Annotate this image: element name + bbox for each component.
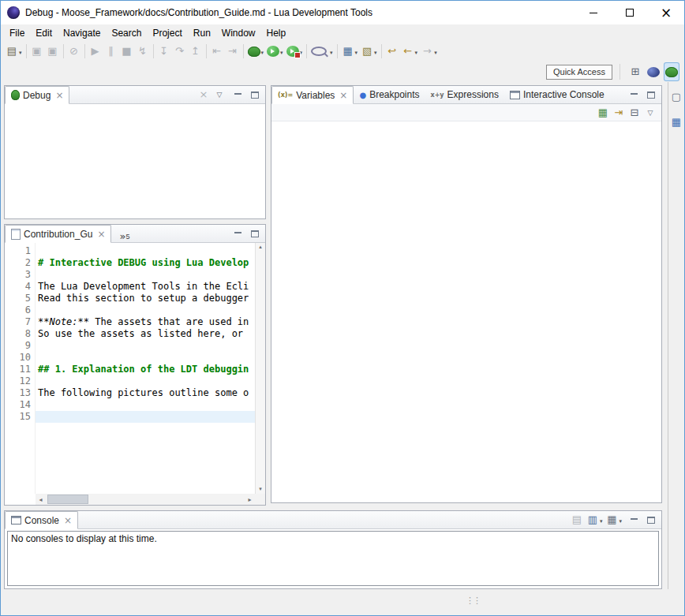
display-selected-console-icon[interactable]: ▥: [586, 511, 604, 528]
scroll-up-icon[interactable]: [259, 245, 262, 250]
dropdown-arrow-icon[interactable]: [19, 46, 22, 57]
menu-project[interactable]: Project: [147, 26, 187, 40]
editor-line[interactable]: [36, 269, 255, 281]
dropdown-arrow-icon[interactable]: [280, 46, 283, 57]
open-perspective-button[interactable]: ⊞: [628, 63, 642, 80]
maximize-view-button[interactable]: [644, 513, 658, 527]
tab-variables[interactable]: (x)=Variables: [271, 86, 354, 104]
close-tab-icon[interactable]: [339, 90, 347, 101]
minimize-view-button[interactable]: [230, 226, 245, 241]
menu-file[interactable]: File: [4, 26, 30, 40]
maximize-icon: [647, 517, 655, 524]
minimize-view-button[interactable]: [627, 88, 641, 102]
dropdown-arrow-icon[interactable]: [374, 46, 377, 57]
open-console-icon[interactable]: ▦: [605, 511, 623, 528]
tab-overflow-indicator[interactable]: »5: [119, 225, 129, 242]
menu-window[interactable]: Window: [216, 26, 261, 40]
scroll-right-icon[interactable]: [245, 494, 255, 505]
dropdown-arrow-icon[interactable]: [600, 514, 603, 525]
close-tab-icon[interactable]: [64, 515, 72, 526]
tab-contribution-guide[interactable]: Contribution_Gu: [5, 225, 111, 243]
maximize-view-button[interactable]: [248, 88, 262, 102]
new-wizard-icon: ▤: [6, 45, 18, 58]
quick-access-box[interactable]: Quick Access: [546, 65, 612, 80]
menu-run[interactable]: Run: [188, 26, 216, 40]
new-lua-wizard-button[interactable]: ▦: [341, 43, 359, 60]
editor-line[interactable]: [36, 245, 255, 257]
vertical-scrollbar[interactable]: [255, 243, 265, 494]
scroll-down-icon[interactable]: [259, 487, 262, 492]
editor-line[interactable]: The following pictures outline some o: [36, 387, 255, 399]
maximize-view-button[interactable]: [644, 88, 658, 102]
restore-view-stack-button[interactable]: ▦: [669, 114, 683, 131]
menu-edit[interactable]: Edit: [30, 26, 58, 40]
maximize-view-button[interactable]: [248, 226, 262, 241]
scroll-left-icon[interactable]: [36, 494, 46, 505]
line-number: 8: [15, 328, 31, 340]
editor-text-area[interactable]: # Interactive DEBUG using Lua DevelopThe…: [36, 243, 255, 494]
editor-line[interactable]: The Lua Development Tools in the Ecli: [36, 281, 255, 293]
view-menu-icon[interactable]: ▽: [212, 86, 226, 103]
minimize-view-button[interactable]: [230, 88, 245, 102]
editor-line[interactable]: [36, 411, 255, 423]
last-edit-location-button[interactable]: ↩: [385, 43, 399, 60]
annotation-ruler: [5, 243, 15, 494]
lua-perspective-button[interactable]: [646, 63, 661, 80]
dropdown-arrow-icon[interactable]: [261, 46, 264, 57]
run-icon: [267, 46, 279, 57]
tab-console[interactable]: Console: [5, 511, 78, 529]
back-button[interactable]: ←: [401, 43, 419, 60]
resize-grip[interactable]: [466, 595, 480, 606]
menu-help[interactable]: Help: [261, 26, 292, 40]
scrollbar-thumb[interactable]: [47, 495, 88, 504]
tab-expressions[interactable]: x+yExpressions: [425, 86, 504, 103]
toolbar-secondary-row: Quick Access ⊞: [1, 62, 684, 82]
search-button[interactable]: [310, 43, 334, 60]
editor-line[interactable]: [36, 304, 255, 316]
minimize-view-button[interactable]: [627, 513, 641, 527]
tab-breakpoints[interactable]: ●Breakpoints: [354, 86, 425, 103]
tab-interactive-console[interactable]: Interactive Console: [504, 86, 610, 103]
editor-line[interactable]: [36, 399, 255, 411]
tab-debug[interactable]: Debug: [5, 86, 69, 104]
horizontal-scrollbar[interactable]: [36, 494, 255, 505]
editor-line[interactable]: Read this section to setup a debugger: [36, 293, 255, 304]
editor-line[interactable]: [36, 352, 255, 364]
console-message-area[interactable]: No consoles to display at this time.: [7, 531, 659, 586]
editor-line[interactable]: # Interactive DEBUG using Lua Develop: [36, 257, 255, 269]
dropdown-arrow-icon[interactable]: [355, 46, 358, 57]
new-wizard-button[interactable]: ▤: [5, 43, 23, 60]
open-element-button[interactable]: ▧: [360, 43, 378, 60]
editor-line[interactable]: ## 1. Explanation of the LDT debuggin: [36, 364, 255, 375]
toolbar-separator: [84, 44, 85, 58]
editor-line[interactable]: So use the assets as listed here, or: [36, 328, 255, 340]
menu-navigate[interactable]: Navigate: [58, 26, 106, 40]
debug-perspective-button[interactable]: [664, 63, 679, 80]
view-menu-icon[interactable]: ▽: [643, 104, 657, 121]
show-logical-structures-icon[interactable]: ▦: [596, 104, 610, 121]
maximize-window-button[interactable]: [612, 1, 648, 24]
editor-line[interactable]: **Note:** The assets that are used in: [36, 316, 255, 328]
close-tab-icon[interactable]: [55, 90, 63, 101]
close-window-button[interactable]: [648, 1, 684, 24]
app-icon: [7, 6, 20, 19]
dropdown-arrow-icon[interactable]: [434, 46, 437, 57]
debug-button[interactable]: [247, 43, 265, 60]
editor-line[interactable]: [36, 340, 255, 352]
dropdown-arrow-icon[interactable]: [619, 514, 622, 525]
expressions-icon: x+y: [431, 91, 444, 99]
close-tab-icon[interactable]: [97, 229, 105, 240]
dropdown-arrow-icon[interactable]: [330, 46, 333, 57]
run-button[interactable]: [266, 43, 284, 60]
menu-search[interactable]: Search: [106, 26, 147, 40]
minimize-window-button[interactable]: [575, 1, 612, 24]
dropdown-arrow-icon[interactable]: [415, 46, 418, 57]
debug-perspective-icon: [665, 67, 678, 77]
show-type-names-icon[interactable]: ⇥: [612, 104, 626, 121]
debug-view-content[interactable]: [5, 104, 265, 218]
variables-content[interactable]: [271, 121, 661, 502]
editor-line[interactable]: [36, 375, 255, 387]
external-tools-button[interactable]: [286, 43, 304, 60]
collapse-all-icon[interactable]: ⊟: [627, 104, 642, 121]
restore-editor-view-button[interactable]: ▢: [669, 88, 683, 106]
